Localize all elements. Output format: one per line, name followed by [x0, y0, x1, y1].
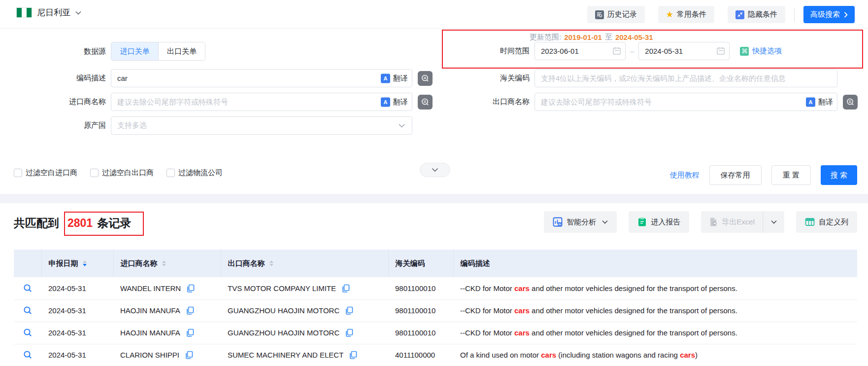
exporter-input[interactable]: [534, 93, 837, 111]
calendar-icon[interactable]: [612, 46, 621, 55]
tab-export-declarations[interactable]: 出口关单: [158, 42, 205, 60]
history-button[interactable]: 历史记录: [587, 6, 645, 23]
column-header[interactable]: 申报日期: [41, 250, 113, 277]
row-search-icon[interactable]: [23, 328, 33, 337]
history-icon: [595, 10, 604, 19]
checkbox-label: 过滤物流公司: [178, 168, 223, 178]
copy-icon[interactable]: [345, 329, 353, 337]
sort-icon[interactable]: [83, 260, 87, 266]
calendar-icon[interactable]: [716, 46, 725, 55]
cell-importer: CLARION SHIPPI: [113, 344, 221, 366]
cell-hs-code: 9801100010: [388, 299, 453, 322]
table-row: 2024-05-31CLARION SHIPPISUMEC MACHINERY …: [14, 344, 857, 366]
column-label: 进口商名称: [121, 259, 158, 268]
chevron-down-icon: [399, 124, 405, 128]
tab-import-declarations[interactable]: 进口关单: [111, 42, 158, 60]
advanced-search-button[interactable]: 高级搜索: [803, 6, 855, 23]
table-row: 2024-05-31WANDEL INTERNTVS MOTOR COMPANY…: [14, 277, 857, 299]
row-search-icon[interactable]: [23, 306, 33, 315]
translate-label: 翻译: [393, 73, 408, 83]
row-search-icon[interactable]: [23, 284, 33, 293]
cell-description: --CKD for Motor cars and other motor veh…: [453, 322, 857, 344]
section-separator: [0, 194, 868, 203]
translate-button[interactable]: A 翻译: [806, 97, 833, 107]
hide-conditions-label: 隐藏条件: [748, 10, 777, 19]
reset-button[interactable]: 重 置: [771, 165, 811, 185]
export-excel-button[interactable]: 导出Excel: [701, 211, 763, 233]
tutorial-link[interactable]: 使用教程: [670, 171, 700, 180]
copy-icon[interactable]: [345, 306, 353, 315]
sort-icon[interactable]: [269, 260, 273, 266]
code-description-label: 编码描述: [30, 73, 106, 83]
svg-text:BI: BI: [559, 223, 562, 226]
translate-button[interactable]: A 翻译: [381, 73, 408, 83]
nigeria-flag-icon: [16, 7, 32, 18]
row-search-icon[interactable]: [23, 350, 33, 360]
cell-exporter: TVS MOTOR COMPANY LIMITE: [221, 277, 388, 299]
export-excel-label: 导出Excel: [722, 218, 755, 227]
quick-options-label: 快捷选项: [752, 46, 782, 56]
copy-icon[interactable]: [349, 351, 357, 359]
hs-code-input[interactable]: [534, 69, 837, 87]
code-description-input[interactable]: [111, 69, 412, 87]
command-icon: ⌘: [740, 47, 749, 56]
cell-hs-code: 9801100010: [388, 322, 453, 344]
cell-importer: HAOJIN MANUFA: [113, 322, 221, 344]
sort-icon[interactable]: [162, 260, 166, 266]
columns-icon: [805, 218, 815, 226]
checkbox-filter-logistics[interactable]: 过滤物流公司: [167, 168, 223, 178]
update-range: 更新范围: 2019-01-01 至 2024-05-31: [530, 33, 653, 42]
date-separator: –: [630, 47, 634, 55]
results-title: 共匹配到 2801 条记录: [14, 216, 131, 231]
favorites-button[interactable]: ★ 常用条件: [658, 6, 714, 23]
bi-analysis-icon: BI: [553, 217, 563, 227]
search-button[interactable]: 搜 索: [821, 165, 857, 185]
smart-analysis-button[interactable]: BI 智能分析: [544, 211, 617, 233]
column-header[interactable]: 出口商名称: [221, 250, 388, 277]
copy-icon[interactable]: [342, 284, 350, 293]
enter-report-button[interactable]: 进入报告: [629, 211, 689, 233]
fuzzy-match-button[interactable]: [843, 95, 858, 110]
update-range-start: 2019-01-01: [564, 33, 602, 41]
origin-country-label: 原产国: [30, 121, 106, 130]
topbar: 尼日利亚 历史记录 ★ 常用条件 隐藏条件 高级搜索: [0, 0, 868, 29]
custom-columns-button[interactable]: 自定义列: [796, 211, 857, 233]
country-selector[interactable]: 尼日利亚: [16, 7, 81, 18]
expand-conditions-button[interactable]: [420, 163, 450, 177]
fuzzy-match-icon: [421, 98, 430, 107]
copy-icon[interactable]: [187, 284, 195, 293]
translate-icon: A: [806, 97, 815, 107]
table-row: 2024-05-31HAOJIN MANUFAGUANGZHOU HAOJIN …: [14, 322, 857, 344]
translate-icon: A: [381, 97, 390, 107]
checkbox-label: 过滤空白出口商: [102, 168, 154, 178]
column-header[interactable]: 进口商名称: [113, 250, 221, 277]
cell-description: --CKD for Motor cars and other motor veh…: [453, 299, 857, 322]
cell-exporter: SUMEC MACHINERY AND ELECT: [221, 344, 388, 366]
favorites-label: 常用条件: [677, 10, 706, 19]
cell-description: Of a kind used on motor cars (including …: [453, 344, 857, 366]
column-label: 海关编码: [396, 259, 425, 268]
save-conditions-button[interactable]: 保存常用: [709, 165, 762, 185]
fuzzy-match-button[interactable]: [418, 71, 433, 86]
topbar-actions: 历史记录 ★ 常用条件 隐藏条件 高级搜索: [587, 6, 855, 23]
translate-button[interactable]: A 翻译: [381, 97, 408, 107]
checkbox-icon: [14, 169, 22, 177]
checkbox-filter-blank-exporter[interactable]: 过滤空白出口商: [90, 168, 154, 178]
fuzzy-match-button[interactable]: [418, 95, 433, 110]
copy-icon[interactable]: [186, 306, 194, 315]
hide-conditions-button[interactable]: 隐藏条件: [728, 6, 785, 23]
export-options-button[interactable]: [763, 211, 784, 233]
cell-importer: WANDEL INTERN: [113, 277, 221, 299]
table-body: 2024-05-31WANDEL INTERNTVS MOTOR COMPANY…: [14, 277, 857, 366]
quick-options-button[interactable]: ⌘ 快捷选项: [740, 46, 782, 56]
importer-input[interactable]: [111, 93, 412, 111]
hs-code-row: 海关编码: [463, 69, 837, 87]
country-name: 尼日利亚: [37, 7, 70, 18]
exporter-label: 出口商名称: [463, 97, 530, 107]
origin-country-select[interactable]: 支持多选: [111, 116, 412, 135]
copy-icon[interactable]: [186, 329, 194, 337]
copy-icon[interactable]: [185, 351, 193, 359]
cell-declaration-date: 2024-05-31: [41, 299, 113, 322]
cell-importer: HAOJIN MANUFA: [113, 299, 221, 322]
checkbox-filter-blank-importer[interactable]: 过滤空白进口商: [14, 168, 77, 178]
